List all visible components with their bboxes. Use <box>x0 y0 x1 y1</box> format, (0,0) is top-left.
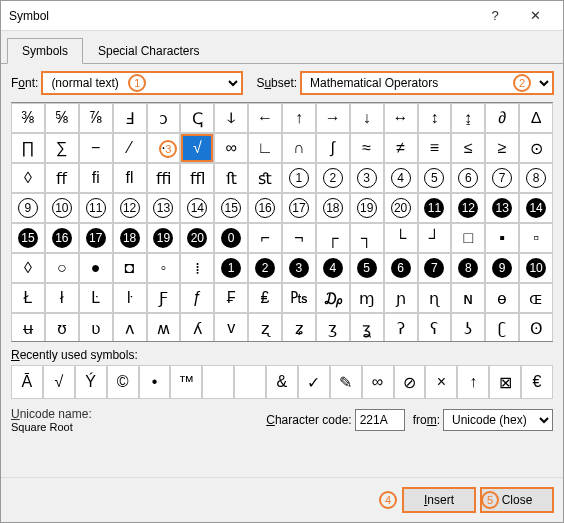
symbol-cell[interactable]: ∆ <box>519 103 553 133</box>
symbol-cell[interactable]: 4 <box>384 163 418 193</box>
symbol-cell[interactable]: ▫ <box>519 223 553 253</box>
symbol-cell[interactable]: ʑ <box>282 313 316 342</box>
symbol-cell[interactable]: ł <box>45 283 79 313</box>
symbol-cell[interactable]: 9 <box>485 253 519 283</box>
symbol-cell[interactable]: ʓ <box>350 313 384 342</box>
symbol-cell[interactable]: ∑ <box>45 133 79 163</box>
recent-symbol-cell[interactable]: ⊠ <box>489 365 521 399</box>
symbol-cell[interactable]: ﬅ <box>214 163 248 193</box>
symbol-cell[interactable]: Ƒ <box>147 283 181 313</box>
symbol-cell[interactable]: ʔ <box>384 313 418 342</box>
symbol-cell[interactable]: 1 <box>282 163 316 193</box>
symbol-cell[interactable]: ↑ <box>282 103 316 133</box>
symbol-cell[interactable]: ɳ <box>418 283 452 313</box>
symbol-cell[interactable]: └ <box>384 223 418 253</box>
symbol-cell[interactable]: ⁞ <box>180 253 214 283</box>
recent-symbol-cell[interactable]: Ý <box>75 365 107 399</box>
recent-symbol-cell[interactable]: € <box>521 365 553 399</box>
recent-symbol-cell[interactable]: ⊘ <box>394 365 426 399</box>
symbol-cell[interactable]: □ <box>451 223 485 253</box>
recent-symbol-cell[interactable]: • <box>139 365 171 399</box>
symbol-cell[interactable]: ┌ <box>316 223 350 253</box>
symbol-cell[interactable]: 20 <box>180 223 214 253</box>
symbol-cell[interactable]: ʉ <box>11 313 45 342</box>
symbol-cell[interactable]: 2 <box>248 253 282 283</box>
symbol-cell[interactable]: 6 <box>451 163 485 193</box>
symbol-cell[interactable]: 7 <box>418 253 452 283</box>
symbol-cell[interactable]: ﬄ <box>180 163 214 193</box>
symbol-cell[interactable]: ● <box>79 253 113 283</box>
symbol-cell[interactable]: 14 <box>519 193 553 223</box>
symbol-cell[interactable]: ʌ <box>113 313 147 342</box>
symbol-cell[interactable]: ɱ <box>350 283 384 313</box>
recent-symbol-cell[interactable]: ™ <box>170 365 202 399</box>
symbol-cell[interactable]: 1 <box>214 253 248 283</box>
symbol-cell[interactable]: ◊ <box>11 163 45 193</box>
symbol-cell[interactable]: 10 <box>45 193 79 223</box>
symbol-cell[interactable]: 15 <box>214 193 248 223</box>
recent-symbol-cell[interactable] <box>234 365 266 399</box>
symbol-cell[interactable]: ₣ <box>214 283 248 313</box>
symbol-cell[interactable]: 9 <box>11 193 45 223</box>
symbol-cell[interactable]: ⅞ <box>79 103 113 133</box>
symbol-cell[interactable]: 3 <box>282 253 316 283</box>
symbol-cell[interactable]: 13 <box>485 193 519 223</box>
symbol-cell[interactable]: ﬃ <box>147 163 181 193</box>
symbol-cell[interactable]: ɲ <box>384 283 418 313</box>
symbol-cell[interactable]: ◦ <box>147 253 181 283</box>
symbol-cell[interactable]: ₯ <box>316 283 350 313</box>
symbol-cell[interactable]: 16 <box>45 223 79 253</box>
symbol-cell[interactable]: ↆ <box>214 103 248 133</box>
symbol-cell[interactable]: 11 <box>418 193 452 223</box>
symbol-cell[interactable]: 20 <box>384 193 418 223</box>
symbol-cell[interactable]: ≈ <box>350 133 384 163</box>
symbol-cell[interactable]: ⅜ <box>11 103 45 133</box>
symbol-cell[interactable]: ∕ <box>113 133 147 163</box>
symbol-cell[interactable]: ◊ <box>11 253 45 283</box>
symbol-cell[interactable]: ﬁ <box>79 163 113 193</box>
char-code-input[interactable] <box>355 409 405 431</box>
symbol-cell[interactable]: ∞ <box>214 133 248 163</box>
symbol-cell[interactable]: ʍ <box>147 313 181 342</box>
close-window-button[interactable]: ✕ <box>515 8 555 23</box>
symbol-cell[interactable]: ƒ <box>180 283 214 313</box>
symbol-cell[interactable]: 13 <box>147 193 181 223</box>
symbol-cell[interactable]: ≥ <box>485 133 519 163</box>
symbol-cell[interactable]: 5 <box>418 163 452 193</box>
symbol-cell[interactable]: ◘ <box>113 253 147 283</box>
symbol-cell[interactable]: 15 <box>11 223 45 253</box>
symbol-cell[interactable]: 17 <box>79 223 113 253</box>
symbol-cell[interactable]: Ŀ <box>79 283 113 313</box>
symbol-cell[interactable]: ▪ <box>485 223 519 253</box>
symbol-cell[interactable]: ʕ <box>418 313 452 342</box>
symbol-cell[interactable]: ↅ <box>180 103 214 133</box>
symbol-cell[interactable]: ⌐ <box>248 223 282 253</box>
symbol-cell[interactable]: 18 <box>316 193 350 223</box>
symbol-cell[interactable]: √3 <box>180 133 214 163</box>
symbol-cell[interactable]: ↨ <box>451 103 485 133</box>
symbol-cell[interactable]: Ⅎ <box>113 103 147 133</box>
tab-special-characters[interactable]: Special Characters <box>83 38 214 64</box>
symbol-cell[interactable]: ¬ <box>282 223 316 253</box>
symbol-cell[interactable]: ʒ <box>316 313 350 342</box>
symbol-cell[interactable]: 8 <box>519 163 553 193</box>
symbol-cell[interactable]: ﬂ <box>113 163 147 193</box>
symbol-cell[interactable]: ┐ <box>350 223 384 253</box>
recent-symbol-cell[interactable]: © <box>107 365 139 399</box>
symbol-cell[interactable]: ↕ <box>418 103 452 133</box>
symbol-cell[interactable]: 4 <box>316 253 350 283</box>
symbol-cell[interactable]: ₤ <box>248 283 282 313</box>
symbol-cell[interactable]: 7 <box>485 163 519 193</box>
symbol-cell[interactable]: → <box>316 103 350 133</box>
symbol-cell[interactable]: 2 <box>316 163 350 193</box>
symbol-cell[interactable]: ← <box>248 103 282 133</box>
recent-symbol-cell[interactable] <box>202 365 234 399</box>
help-button[interactable]: ? <box>475 8 515 23</box>
symbol-cell[interactable]: ↄ <box>147 103 181 133</box>
symbol-cell[interactable]: ŀ <box>113 283 147 313</box>
symbol-cell[interactable]: ʋ <box>79 313 113 342</box>
recent-symbol-cell[interactable]: √ <box>43 365 75 399</box>
symbol-cell[interactable]: ʊ <box>45 313 79 342</box>
symbol-cell[interactable]: ↓ <box>350 103 384 133</box>
symbol-cell[interactable]: ∂ <box>485 103 519 133</box>
